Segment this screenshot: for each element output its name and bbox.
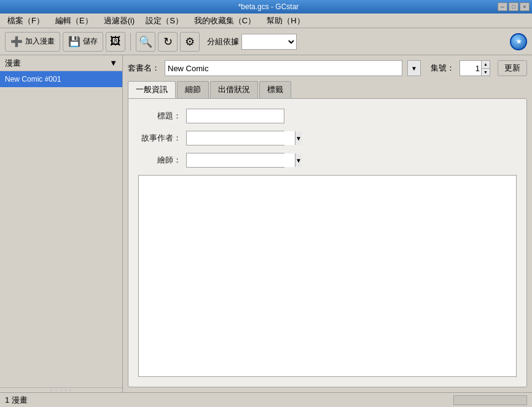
groupby-label: 分組依據: [207, 36, 239, 47]
series-input[interactable]: [165, 60, 402, 76]
artist-label: 繪師：: [138, 155, 181, 166]
tabs-container: 一般資訊 細節 出借狀況 標籤: [128, 81, 527, 98]
sidebar-item-label: New Comic #001: [5, 75, 61, 83]
issue-arrows: ▲ ▼: [481, 61, 490, 76]
title-input[interactable]: [186, 109, 284, 123]
toolbar: ➕ 加入漫畫 💾 儲存 🖼 🔍 ↻ ⚙ 分組依據 ★: [0, 28, 532, 55]
content-area: 套書名： ▼ 集號： ▲ ▼ 更新 一般資訊 細節 出借狀況 標籤 標題: [123, 55, 532, 392]
minimize-button[interactable]: ─: [498, 2, 507, 11]
tab-panel: 標題： 故事作者： ▼ 繪師： ▼: [128, 98, 527, 387]
menu-edit[interactable]: 編輯（E）: [50, 14, 98, 28]
separator-1: [130, 33, 131, 51]
sidebar-item-comic-001[interactable]: New Comic #001: [0, 71, 122, 87]
settings-button[interactable]: ⚙: [180, 32, 200, 52]
issue-down-button[interactable]: ▼: [482, 69, 490, 76]
image-icon: 🖼: [110, 35, 121, 48]
main-layout: 漫畫 ▼ New Comic #001 · · · · · 套書名： ▼ 集號：…: [0, 55, 532, 392]
menu-file[interactable]: 檔案（F）: [2, 14, 49, 28]
add-comic-label: 加入漫畫: [25, 36, 55, 47]
tab-general[interactable]: 一般資訊: [128, 81, 176, 98]
sidebar-header: 漫畫 ▼: [0, 55, 122, 71]
author-combo: ▼: [186, 131, 284, 145]
statusbar: 1 漫畫: [0, 392, 532, 407]
issue-input[interactable]: [460, 61, 481, 76]
title-label: 標題：: [138, 110, 181, 122]
sidebar: 漫畫 ▼ New Comic #001 · · · · ·: [0, 55, 123, 392]
issue-spinner: ▲ ▼: [460, 60, 490, 76]
groupby-area: 分組依據: [207, 34, 297, 50]
sidebar-list: New Comic #001: [0, 71, 122, 387]
add-icon: ➕: [10, 36, 23, 48]
save-icon: 💾: [68, 36, 80, 48]
menu-filter[interactable]: 過濾器(i): [99, 14, 140, 28]
tab-tags[interactable]: 標籤: [259, 81, 291, 98]
sidebar-resize-handle[interactable]: · · · · ·: [0, 387, 122, 392]
tab-detail[interactable]: 細節: [177, 81, 209, 98]
search-button[interactable]: 🔍: [136, 32, 155, 52]
menu-help[interactable]: 幫助（H）: [262, 14, 309, 28]
statusbar-text: 1 漫畫: [5, 395, 28, 406]
issue-up-button[interactable]: ▲: [482, 61, 490, 69]
titlebar-title: *beta.gcs - GCstar: [39, 2, 498, 11]
refresh-icon: ↻: [163, 35, 173, 48]
add-comic-button[interactable]: ➕ 加入漫畫: [5, 32, 60, 52]
refresh-button[interactable]: ↻: [158, 32, 178, 52]
save-label: 儲存: [83, 36, 98, 47]
tab-lending[interactable]: 出借狀況: [210, 81, 258, 98]
author-label: 故事作者：: [138, 133, 181, 144]
sidebar-expand-icon: ▼: [109, 58, 117, 68]
gcstar-logo: ★: [510, 33, 527, 50]
series-label: 套書名：: [128, 63, 160, 74]
author-dropdown-button[interactable]: ▼: [295, 131, 302, 145]
gear-icon: ⚙: [185, 35, 195, 48]
artist-field-row: 繪師： ▼: [138, 153, 517, 168]
close-button[interactable]: ×: [520, 2, 530, 11]
menu-collection[interactable]: 我的收藏集（C）: [189, 14, 260, 28]
artist-combo: ▼: [186, 153, 284, 168]
author-input[interactable]: [187, 131, 295, 145]
series-dropdown-button[interactable]: ▼: [407, 60, 421, 76]
search-icon: 🔍: [139, 35, 152, 48]
save-button[interactable]: 💾 儲存: [63, 32, 103, 52]
issue-label: 集號：: [431, 63, 455, 74]
titlebar: *beta.gcs - GCstar ─ □ ×: [0, 0, 532, 14]
menubar: 檔案（F） 編輯（E） 過濾器(i) 設定（S） 我的收藏集（C） 幫助（H）: [0, 14, 532, 28]
menu-settings[interactable]: 設定（S）: [141, 14, 188, 28]
series-header: 套書名： ▼ 集號： ▲ ▼ 更新: [128, 60, 527, 76]
groupby-select[interactable]: [241, 34, 297, 50]
description-textarea[interactable]: [138, 175, 517, 377]
update-button[interactable]: 更新: [498, 60, 527, 76]
author-field-row: 故事作者： ▼: [138, 131, 517, 145]
artist-dropdown-button[interactable]: ▼: [295, 153, 302, 167]
maximize-button[interactable]: □: [509, 2, 518, 11]
image-button[interactable]: 🖼: [106, 32, 125, 52]
statusbar-progress: [453, 395, 527, 405]
title-field-row: 標題：: [138, 109, 517, 123]
artist-input[interactable]: [187, 153, 295, 167]
sidebar-header-label: 漫畫: [5, 58, 21, 69]
titlebar-controls[interactable]: ─ □ ×: [498, 2, 530, 11]
gcstar-icon-text: ★: [516, 38, 522, 45]
